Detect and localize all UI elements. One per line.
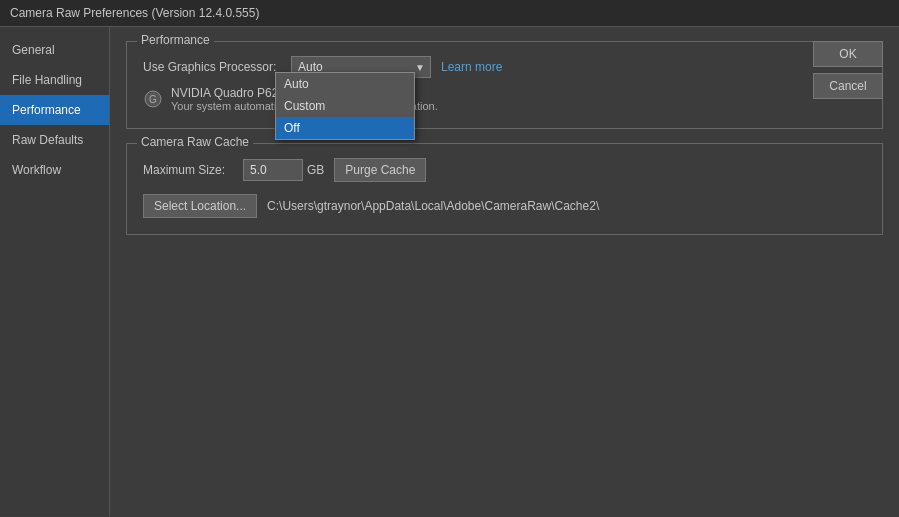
purge-cache-button[interactable]: Purge Cache: [334, 158, 426, 182]
ok-button[interactable]: OK: [813, 41, 883, 67]
sidebar-item-general[interactable]: General: [0, 35, 109, 65]
dropdown-option-off[interactable]: Off: [276, 117, 414, 139]
gpu-dropdown-popup: Auto Custom Off: [275, 72, 415, 140]
sidebar-item-performance[interactable]: Performance: [0, 95, 109, 125]
gpu-row: Use Graphics Processor: Auto Custom Off …: [143, 56, 866, 78]
cache-size-row: Maximum Size: GB Purge Cache: [143, 158, 866, 182]
gpu-label: Use Graphics Processor:: [143, 60, 283, 74]
dropdown-option-custom[interactable]: Custom: [276, 95, 414, 117]
dialog-buttons: OK Cancel: [813, 41, 883, 99]
title-bar: Camera Raw Preferences (Version 12.4.0.5…: [0, 0, 899, 27]
svg-text:G: G: [149, 94, 157, 105]
cancel-button[interactable]: Cancel: [813, 73, 883, 99]
select-location-button[interactable]: Select Location...: [143, 194, 257, 218]
gpu-icon: G: [143, 89, 163, 109]
cache-location-path: C:\Users\gtraynor\AppData\Local\Adobe\Ca…: [267, 199, 599, 213]
sidebar-item-workflow[interactable]: Workflow: [0, 155, 109, 185]
sidebar-item-file-handling[interactable]: File Handling: [0, 65, 109, 95]
sidebar-item-raw-defaults[interactable]: Raw Defaults: [0, 125, 109, 155]
cache-group: Camera Raw Cache Maximum Size: GB Purge …: [126, 143, 883, 235]
title-text: Camera Raw Preferences (Version 12.4.0.5…: [10, 6, 259, 20]
cache-legend: Camera Raw Cache: [137, 135, 253, 149]
learn-more-link[interactable]: Learn more: [441, 60, 502, 74]
cache-location-row: Select Location... C:\Users\gtraynor\App…: [143, 194, 866, 218]
cache-size-label: Maximum Size:: [143, 163, 243, 177]
content-area: Performance Use Graphics Processor: Auto…: [110, 27, 899, 516]
gpu-info-row: G NVIDIA Quadro P620 Your system automat…: [143, 86, 866, 112]
dropdown-option-auto[interactable]: Auto: [276, 73, 414, 95]
sidebar: General File Handling Performance Raw De…: [0, 27, 110, 516]
cache-unit: GB: [307, 163, 324, 177]
performance-group: Performance Use Graphics Processor: Auto…: [126, 41, 883, 129]
cache-size-input[interactable]: [243, 159, 303, 181]
performance-legend: Performance: [137, 33, 214, 47]
